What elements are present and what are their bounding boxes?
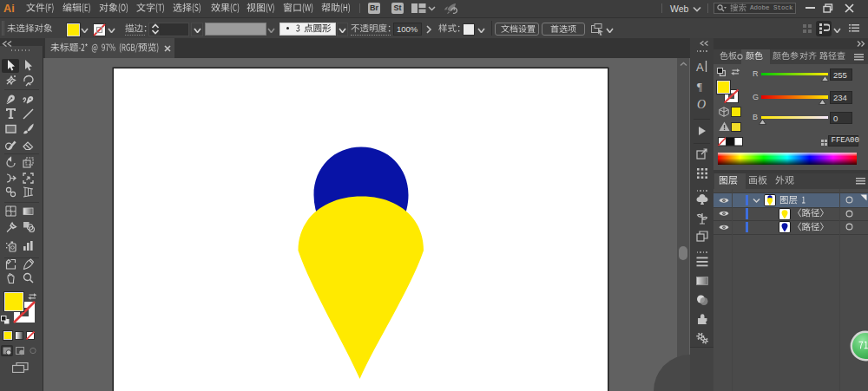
svg-text:A: A <box>696 61 704 74</box>
svg-text:O: O <box>697 98 706 111</box>
svg-text:¶: ¶ <box>697 80 702 93</box>
